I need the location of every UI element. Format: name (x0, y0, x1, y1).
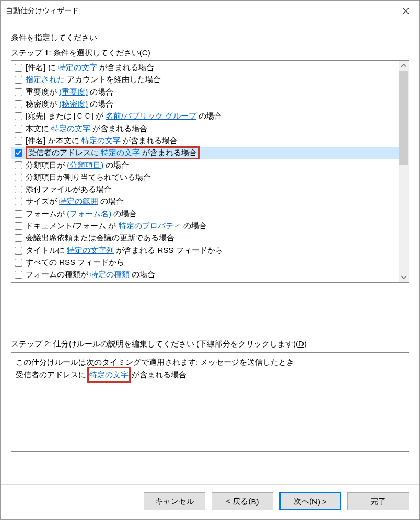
condition-checkbox[interactable] (15, 222, 22, 230)
condition-row[interactable]: 本文に 特定の文字 が含まれる場合 (11, 122, 399, 134)
condition-link[interactable]: (分類項目) (67, 160, 103, 169)
condition-link[interactable]: 特定の文字 (58, 63, 97, 72)
condition-checkbox[interactable] (15, 64, 22, 72)
condition-link[interactable]: (重要度) (59, 87, 88, 96)
conditions-list-wrap: [件名] に 特定の文字 が含まれる場合指定された アカウントを経由した場合重要… (11, 60, 409, 283)
condition-link[interactable]: 特定のプロパティ (119, 221, 181, 230)
step2-label: ステップ 2: 仕分けルールの説明を編集してください (下線部分をクリックします… (11, 339, 409, 349)
highlight-box: 受信者のアドレスに 特定の文字 が含まれる場合 (26, 146, 200, 159)
condition-link[interactable]: 特定の文字列 (67, 246, 114, 255)
condition-row[interactable]: [宛先] または [ＣＣ] が 名前/パブリック グループ の場合 (11, 110, 399, 122)
button-row: キャンセル < 戻る(B) 次へ(N) > 完了 (1, 485, 419, 519)
condition-text-fragment: フォームの種類が (26, 270, 90, 279)
condition-text: 会議出席依頼または会議の更新である場合 (26, 233, 174, 243)
condition-row[interactable]: [件名] か本文に 特定の文字 が含まれる場合 (11, 135, 399, 147)
finish-button[interactable]: 完了 (347, 492, 409, 510)
condition-checkbox[interactable] (15, 76, 22, 84)
condition-text-fragment: が含まれる RSS フィードから (114, 246, 223, 255)
condition-text-fragment: ドキュメント/フォーム が (26, 221, 119, 230)
condition-row[interactable]: タイトルに 特定の文字列 が含まれる RSS フィードから (11, 244, 399, 256)
condition-link[interactable]: 特定の文字 (81, 136, 121, 145)
scroll-up-button[interactable] (399, 61, 409, 71)
condition-checkbox[interactable] (15, 210, 22, 218)
condition-checkbox[interactable] (15, 112, 22, 120)
condition-row[interactable]: 受信者のアドレスに 特定の文字 が含まれる場合 (11, 147, 399, 159)
back-button[interactable]: < 戻る(B) (212, 492, 273, 510)
condition-text: 分類項目が (分類項目) の場合 (26, 160, 129, 170)
condition-checkbox[interactable] (15, 259, 22, 267)
condition-text-fragment: すべての RSS フィードから (26, 258, 124, 267)
step1-accesskey: C (142, 48, 148, 57)
condition-text-fragment: の場合 (111, 209, 137, 218)
condition-row[interactable]: 重要度が (重要度) の場合 (11, 86, 399, 98)
condition-row[interactable]: 分類項目が (分類項目) の場合 (11, 159, 399, 171)
content-area: 条件を指定してください ステップ 1: 条件を選択してください(C) [件名] … (1, 21, 419, 475)
condition-text: 本文に 特定の文字 が含まれる場合 (26, 124, 147, 134)
condition-row[interactable]: [件名] に 特定の文字 が含まれる場合 (11, 62, 399, 74)
scroll-thumb[interactable] (399, 71, 408, 165)
next-pre: 次へ( (294, 496, 312, 506)
condition-row[interactable]: 分類項目が割り当てられている場合 (11, 171, 399, 183)
scroll-track[interactable] (399, 71, 409, 272)
scrollbar[interactable] (399, 61, 409, 282)
condition-link[interactable]: (秘密度) (59, 99, 88, 108)
close-button[interactable] (394, 3, 417, 19)
condition-text-fragment: [件名] に (26, 63, 58, 72)
condition-checkbox[interactable] (15, 247, 22, 255)
condition-text-fragment: の場合 (103, 160, 129, 169)
condition-text-fragment: サイズが (26, 197, 59, 205)
step1-label: ステップ 1: 条件を選択してください(C) (11, 48, 409, 58)
condition-text-fragment: 本文に (26, 124, 51, 133)
condition-text: フォームが (フォーム名) の場合 (26, 209, 137, 219)
condition-checkbox[interactable] (15, 137, 22, 145)
condition-text: [件名] に 特定の文字 が含まれる場合 (26, 63, 154, 73)
condition-row[interactable]: すべての RSS フィードから (11, 257, 399, 269)
condition-text: フォームの種類が 特定の種類 の場合 (26, 270, 155, 280)
condition-row[interactable]: 添付ファイルがある場合 (11, 183, 399, 195)
condition-checkbox[interactable] (15, 174, 22, 181)
condition-link[interactable]: 指定された (26, 75, 65, 84)
back-key: B (251, 497, 256, 506)
condition-checkbox[interactable] (15, 125, 22, 133)
next-key: N (312, 497, 318, 506)
condition-text-fragment: [宛先] または [ＣＣ] が (26, 111, 106, 120)
description-box: この仕分けルールは次のタイミングで適用されます: メッセージを送信したとき 受信… (11, 352, 409, 452)
condition-text-fragment: アカウントを経由した場合 (65, 75, 161, 84)
condition-link[interactable]: 特定の範囲 (59, 197, 98, 205)
condition-row[interactable]: 会議出席依頼または会議の更新である場合 (11, 232, 399, 244)
scroll-down-button[interactable] (399, 272, 409, 282)
condition-checkbox[interactable] (15, 161, 22, 169)
condition-checkbox[interactable] (15, 149, 22, 157)
desc-link[interactable]: 特定の文字 (89, 370, 129, 379)
condition-text-fragment: 重要度が (26, 87, 59, 96)
condition-link[interactable]: 特定の文字 (51, 124, 90, 133)
condition-text: [宛先] または [ＣＣ] が 名前/パブリック グループ の場合 (26, 111, 222, 121)
condition-link[interactable]: 特定の文字 (101, 148, 140, 157)
condition-row[interactable]: フォームの種類が 特定の種類 の場合 (11, 269, 399, 281)
condition-row[interactable]: サイズが 特定の範囲 の場合 (11, 195, 399, 207)
condition-text: サイズが 特定の範囲 の場合 (26, 197, 124, 206)
desc-line2-pre: 受信者のアドレスに (16, 370, 88, 379)
desc-line2: 受信者のアドレスに 特定の文字 が含まれる場合 (16, 368, 404, 381)
condition-checkbox[interactable] (15, 198, 22, 205)
condition-row[interactable]: ドキュメント/フォーム が 特定のプロパティ の場合 (11, 220, 399, 232)
cancel-button[interactable]: キャンセル (144, 492, 205, 510)
condition-link[interactable]: 名前/パブリック グループ (106, 111, 196, 120)
conditions-listbox[interactable]: [件名] に 特定の文字 が含まれる場合指定された アカウントを経由した場合重要… (11, 61, 399, 282)
condition-checkbox[interactable] (15, 186, 22, 193)
condition-checkbox[interactable] (15, 234, 22, 242)
desc-highlight: 特定の文字 (87, 367, 131, 383)
condition-link[interactable]: (フォーム名) (67, 209, 111, 218)
next-button[interactable]: 次へ(N) > (279, 492, 341, 510)
condition-checkbox[interactable] (15, 271, 22, 279)
condition-row[interactable]: フォームが (フォーム名) の場合 (11, 208, 399, 220)
condition-row[interactable]: 指定された アカウントを経由した場合 (11, 74, 399, 86)
condition-text-fragment: の場合 (130, 270, 155, 279)
condition-text-fragment: タイトルに (26, 246, 67, 255)
condition-row[interactable]: 秘密度が (秘密度) の場合 (11, 98, 399, 110)
condition-text: タイトルに 特定の文字列 が含まれる RSS フィードから (26, 246, 223, 256)
condition-checkbox[interactable] (15, 100, 22, 108)
step1-prefix: ステップ 1: 条件を選択してください( (11, 48, 142, 57)
condition-checkbox[interactable] (15, 88, 22, 96)
condition-link[interactable]: 特定の種類 (90, 270, 130, 279)
